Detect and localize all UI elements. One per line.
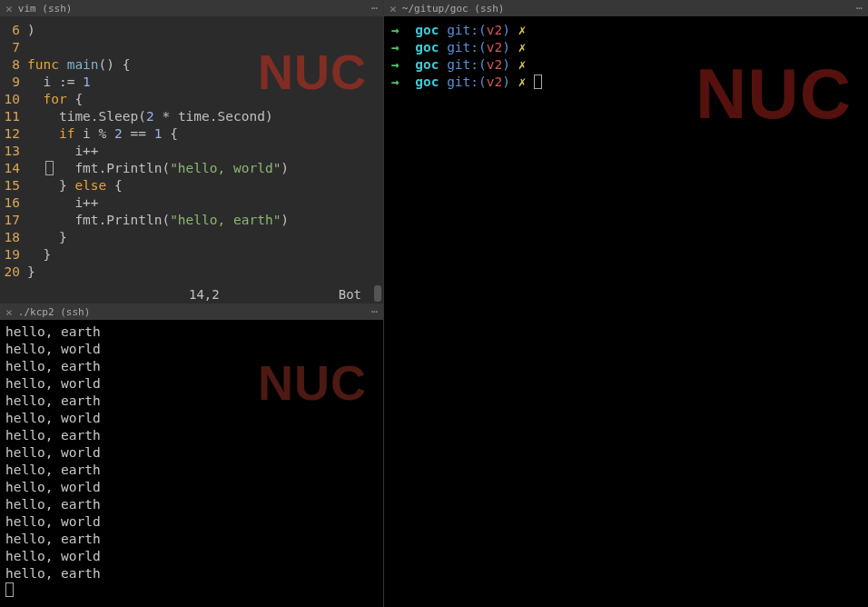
shell-cursor (534, 75, 542, 89)
vim-line: 11 time.Sleep(2 * time.Second) (0, 108, 383, 125)
vim-cursor-pos: 14,2 (189, 287, 220, 302)
vim-line: 19 } (0, 246, 383, 264)
line-number: 8 (0, 56, 27, 74)
prompt-branch: v2 (487, 57, 502, 72)
vim-line: 13 i++ (0, 143, 383, 160)
vim-cursor (45, 161, 54, 175)
prompt-dir: goc (415, 57, 439, 72)
shell-prompt-line: → goc git:(v2) ✗ (391, 39, 861, 56)
code-text: } (27, 264, 35, 281)
line-number: 19 (0, 246, 27, 264)
vim-pane: × vim (ssh) ⋯ NUC 6)78func main() {9 i :… (0, 0, 383, 304)
vim-line: 16 i++ (0, 194, 383, 212)
output-line: hello, earth (5, 393, 378, 410)
line-number: 13 (0, 143, 27, 160)
prompt-git-close: ) (502, 57, 510, 72)
close-icon[interactable]: × (5, 3, 13, 15)
vim-line: 10 for { (0, 91, 383, 108)
close-icon[interactable]: × (390, 3, 397, 15)
line-number: 12 (0, 125, 27, 143)
prompt-dir: goc (415, 23, 439, 37)
vim-line: 17 fmt.Println("hello, earth") (0, 212, 383, 229)
prompt-git: git:( (447, 57, 487, 72)
code-text: func main() { (27, 56, 131, 74)
prompt-arrow-icon: → (391, 23, 399, 37)
output-line: hello, world (5, 479, 378, 496)
prompt-arrow-icon: → (391, 75, 399, 89)
vim-line: 18 } (0, 229, 383, 246)
shell-pane: × ~/gitup/goc (ssh) ⋯ NUC → goc git:(v2)… (383, 0, 868, 607)
output-line: hello, earth (5, 496, 378, 513)
line-number: 15 (0, 177, 27, 194)
prompt-git-close: ) (502, 23, 510, 37)
dirty-icon: ✗ (518, 57, 527, 72)
prompt-branch: v2 (487, 23, 502, 37)
output-line: hello, world (5, 410, 378, 427)
menu-icon[interactable]: ⋯ (371, 2, 378, 15)
vim-line: 20} (0, 264, 383, 281)
output-titlebar: × ./kcp2 (ssh) ⋯ (0, 304, 383, 320)
line-number: 11 (0, 108, 27, 125)
prompt-branch: v2 (487, 40, 502, 55)
shell-prompt-line: → goc git:(v2) ✗ (391, 74, 861, 91)
output-line: hello, earth (5, 323, 378, 341)
code-text: i := 1 (27, 74, 91, 91)
line-number: 7 (0, 39, 27, 56)
prompt-git-close: ) (502, 40, 510, 55)
dirty-icon: ✗ (518, 23, 527, 37)
output-terminal[interactable]: hello, earthhello, worldhello, earthhell… (0, 320, 383, 605)
line-number: 10 (0, 91, 27, 108)
code-text: i++ (27, 143, 99, 160)
line-number: 17 (0, 212, 27, 229)
shell-prompt-line: → goc git:(v2) ✗ (391, 56, 861, 74)
line-number: 20 (0, 264, 27, 281)
vim-line: 9 i := 1 (0, 74, 383, 91)
prompt-git: git:( (447, 23, 487, 37)
output-line: hello, earth (5, 427, 378, 444)
output-line: hello, world (5, 548, 378, 565)
code-text: fmt.Println("hello, earth") (27, 212, 289, 229)
prompt-git: git:( (447, 75, 487, 89)
dirty-icon: ✗ (518, 40, 527, 55)
vim-scroll-pos: Bot (339, 287, 361, 302)
output-line: hello, earth (5, 358, 378, 375)
vim-titlebar: × vim (ssh) ⋯ (0, 0, 383, 16)
vim-title: vim (ssh) (18, 3, 73, 15)
output-line: hello, earth (5, 565, 378, 582)
menu-icon[interactable]: ⋯ (856, 2, 863, 15)
output-pane: × ./kcp2 (ssh) ⋯ NUC hello, earthhello, … (0, 304, 383, 607)
shell-terminal[interactable]: → goc git:(v2) ✗ → goc git:(v2) ✗ → goc … (384, 16, 868, 96)
dirty-icon: ✗ (518, 75, 527, 89)
code-text: if i % 2 == 1 { (27, 125, 178, 143)
prompt-git: git:( (447, 40, 487, 55)
line-number: 9 (0, 74, 27, 91)
output-line: hello, earth (5, 531, 378, 548)
vim-line: 15 } else { (0, 177, 383, 194)
output-line: hello, world (5, 444, 378, 462)
code-text: } else { (27, 177, 123, 194)
code-text: ) (27, 22, 35, 39)
shell-titlebar: × ~/gitup/goc (ssh) ⋯ (384, 0, 868, 16)
vim-line: 7 (0, 39, 383, 56)
scrollbar-thumb[interactable] (374, 285, 381, 302)
prompt-dir: goc (415, 40, 439, 55)
prompt-arrow-icon: → (391, 40, 399, 55)
prompt-arrow-icon: → (391, 57, 399, 72)
vim-statusbar: 14,2 Bot (0, 285, 383, 304)
shell-prompt-line: → goc git:(v2) ✗ (391, 22, 861, 39)
close-icon[interactable]: × (5, 306, 13, 318)
code-text: time.Sleep(2 * time.Second) (27, 108, 273, 125)
code-text: } (27, 246, 51, 264)
output-cursor (5, 582, 14, 597)
vim-line: 8func main() { (0, 56, 383, 74)
output-line: hello, world (5, 375, 378, 393)
shell-title: ~/gitup/goc (ssh) (402, 3, 505, 15)
menu-icon[interactable]: ⋯ (371, 305, 378, 318)
prompt-branch: v2 (487, 75, 502, 89)
line-number: 16 (0, 194, 27, 212)
line-number: 14 (0, 160, 27, 177)
prompt-git-close: ) (502, 75, 510, 89)
vim-line: 12 if i % 2 == 1 { (0, 125, 383, 143)
code-text: i++ (27, 194, 99, 212)
vim-editor[interactable]: 6)78func main() {9 i := 110 for {11 time… (0, 16, 383, 281)
